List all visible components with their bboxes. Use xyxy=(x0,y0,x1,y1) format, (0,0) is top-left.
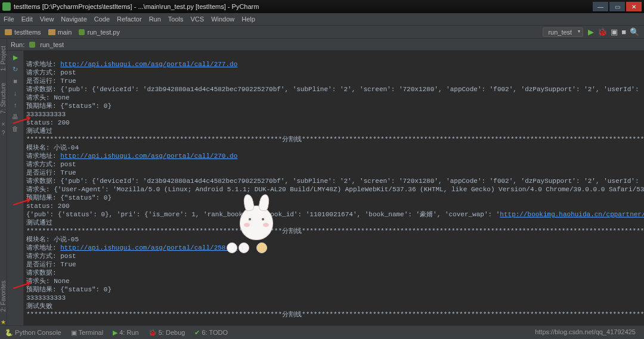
bug-icon: 🐞 xyxy=(148,329,157,336)
link-url[interactable]: http://api.ishugui.com/asg/portal/call/2… xyxy=(60,244,237,251)
menu-refactor[interactable]: Refactor xyxy=(117,15,142,23)
window-titlebar: testItems [D:\PycharmProjects\testItems]… xyxy=(0,0,644,13)
window-title: testItems [D:\PycharmProjects\testItems]… xyxy=(14,3,593,10)
menu-file[interactable]: File xyxy=(4,15,14,23)
menu-edit[interactable]: Edit xyxy=(21,15,33,23)
breadcrumb-file-label: run_test.py xyxy=(87,29,119,36)
tool-structure[interactable]: 7: Structure xyxy=(0,83,7,114)
console-output[interactable]: 请求地址: http://api.ishugui.com/asg/portal/… xyxy=(24,51,644,325)
decorative-sticker xyxy=(227,206,280,253)
run-icon[interactable]: ▶ xyxy=(588,27,594,36)
run-tool-window: Run: run_test ▶ ↻ ■ ↓ ↑ 🖶 🗑 请求地址: http:/… xyxy=(7,39,644,325)
coverage-icon[interactable]: ▣ xyxy=(611,27,618,36)
close-button[interactable]: ✕ xyxy=(626,2,642,11)
link-url[interactable]: http://bookimg.haohuida.cn/cppartner/1x1… xyxy=(500,211,644,218)
breadcrumb-folder-label: main xyxy=(58,29,72,36)
tool-project[interactable]: 1: Project xyxy=(0,46,7,71)
debug-icon[interactable]: 🐞 xyxy=(597,27,607,36)
link-url[interactable]: http://api.ishugui.com/asg/portal/call/2… xyxy=(60,61,237,68)
run-label: Run: xyxy=(11,41,24,48)
annotation-arrow xyxy=(12,281,32,290)
window-controls: — ▭ ✕ xyxy=(593,2,642,11)
search-everywhere-icon[interactable]: 🔍 xyxy=(630,27,639,36)
python-file-icon xyxy=(29,42,35,48)
breadcrumb-project[interactable]: testItems xyxy=(5,29,41,36)
run-tab-header: Run: run_test xyxy=(7,39,644,51)
menu-navigate[interactable]: Navigate xyxy=(61,15,86,23)
tool-debug[interactable]: 🐞 5: Debug xyxy=(148,329,185,337)
star-icon[interactable]: ★ xyxy=(1,319,6,325)
watermark: https://blog.csdn.net/qq_41792425 xyxy=(535,328,636,335)
menu-window[interactable]: Window xyxy=(211,15,234,23)
main-area: 1: Project 7: Structure × ? 2: Favorites… xyxy=(0,39,644,325)
scroll-down-icon[interactable]: ↓ xyxy=(11,89,20,97)
annotation-arrow xyxy=(12,116,32,125)
minimize-button[interactable]: — xyxy=(593,2,608,11)
menu-code[interactable]: Code xyxy=(94,15,110,23)
folder-icon xyxy=(48,29,55,35)
run-config-selector[interactable]: run_test xyxy=(543,27,583,37)
breadcrumb-folder[interactable]: main xyxy=(48,29,72,36)
menu-view[interactable]: View xyxy=(40,15,54,23)
play-icon: ▶ xyxy=(113,329,117,336)
python-file-icon xyxy=(79,29,85,35)
run-config-name: run_test xyxy=(40,41,64,48)
menu-vcs[interactable]: VCS xyxy=(191,15,205,23)
help-rail-icon[interactable]: ? xyxy=(2,130,5,136)
left-tool-rail: 1: Project 7: Structure × ? 2: Favorites… xyxy=(0,39,7,325)
annotation-arrow xyxy=(12,198,32,206)
toolbar-actions: ▶ 🐞 ▣ ■ 🔍 xyxy=(588,27,639,36)
folder-icon xyxy=(5,29,12,35)
tool-terminal[interactable]: ▣ Terminal xyxy=(71,329,103,337)
menu-tools[interactable]: Tools xyxy=(168,15,184,23)
tool-favorites[interactable]: 2: Favorites xyxy=(0,281,7,312)
app-icon xyxy=(2,2,11,11)
menu-help[interactable]: Help xyxy=(242,15,255,23)
maximize-button[interactable]: ▭ xyxy=(609,2,625,11)
link-url[interactable]: http://api.ishugui.com/asg/portal/call/2… xyxy=(60,153,237,160)
breadcrumb-file[interactable]: run_test.py xyxy=(79,29,119,36)
bookmark-icon[interactable]: × xyxy=(2,121,5,127)
menu-bar: File Edit View Navigate Code Refactor Ru… xyxy=(0,13,644,26)
tool-run[interactable]: ▶ 4: Run xyxy=(113,329,138,337)
tool-python-console[interactable]: 🐍 Python Console xyxy=(5,329,61,337)
run-body: ▶ ↻ ■ ↓ ↑ 🖶 🗑 请求地址: http://api.ishugui.c… xyxy=(7,51,644,325)
stop-icon[interactable]: ■ xyxy=(621,27,626,36)
menu-run[interactable]: Run xyxy=(149,15,161,23)
tool-todo[interactable]: ✔ 6: TODO xyxy=(194,329,228,337)
clear-icon[interactable]: 🗑 xyxy=(11,125,20,133)
rerun-icon[interactable]: ▶ xyxy=(11,53,20,61)
navigation-bar: testItems main run_test.py run_test ▶ 🐞 … xyxy=(0,26,644,39)
scroll-up-icon[interactable]: ↑ xyxy=(11,101,20,109)
wrap-icon[interactable]: ↻ xyxy=(11,65,20,73)
stop-run-icon[interactable]: ■ xyxy=(11,77,20,85)
breadcrumb-project-label: testItems xyxy=(14,29,41,36)
